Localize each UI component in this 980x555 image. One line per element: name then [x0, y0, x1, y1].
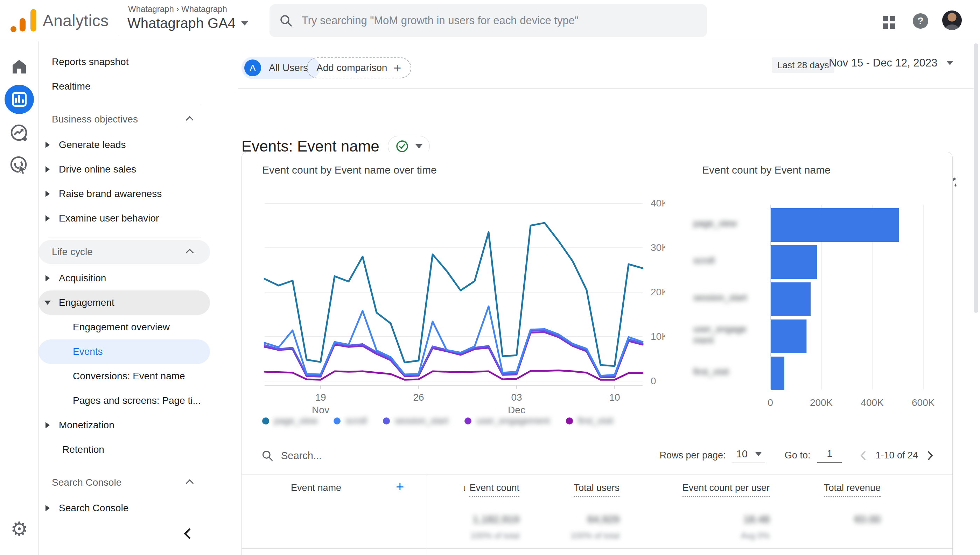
goto-page-input[interactable]: 1 — [817, 448, 842, 463]
col-header-total-revenue[interactable]: Total revenue — [824, 483, 881, 493]
reports-icon[interactable] — [0, 85, 38, 114]
expand-arrow-icon[interactable] — [45, 142, 56, 148]
totals-event-count: 1,182,919 — [473, 513, 520, 525]
main-content: A All Users Add comparison + Last 28 day… — [210, 41, 980, 555]
prev-page-icon[interactable] — [857, 449, 870, 462]
sidebar-item-monetization[interactable]: Monetization — [38, 413, 210, 438]
expand-arrow-icon[interactable] — [45, 505, 56, 511]
legend-item-user-engagement[interactable]: user_engagement — [464, 415, 550, 426]
sidebar-item-raise-brand-awareness[interactable]: Raise brand awareness — [38, 181, 210, 206]
totals-per-user: 18.48 — [743, 513, 770, 525]
apps-grid-icon[interactable] — [883, 16, 895, 29]
segment-label: All Users — [269, 62, 308, 74]
sidebar-item-examine-user-behavior[interactable]: Examine user behavior — [38, 206, 210, 231]
totals-event-count-sub: 100% of total — [470, 531, 520, 541]
sidebar-item-search-console[interactable]: Search Console — [38, 496, 210, 520]
svg-text:0: 0 — [651, 375, 656, 387]
bar-category-label: session_start — [693, 292, 751, 303]
analytics-logo-icon[interactable] — [11, 9, 36, 32]
date-range-selector[interactable]: Nov 15 - Dec 12, 2023 — [829, 57, 953, 69]
collapse-sidebar-icon[interactable] — [184, 528, 195, 539]
sort-desc-icon: ↓ — [462, 483, 469, 493]
sidebar-item-engagement[interactable]: Engagement — [38, 290, 210, 315]
sidebar-item-generate-leads[interactable]: Generate leads — [38, 133, 210, 157]
plus-icon: + — [393, 61, 401, 75]
bar-x-tick: 200K — [810, 397, 832, 408]
settings-gear-icon[interactable]: ⚙ — [0, 519, 38, 539]
legend-item-first-visit[interactable]: first_visit — [566, 415, 613, 426]
col-header-event-count[interactable]: ↓ Event count — [462, 483, 520, 493]
advertising-icon[interactable] — [0, 123, 38, 143]
sidebar-item-drive-online-sales[interactable]: Drive online sales — [38, 157, 210, 181]
sidebar-item-acquisition[interactable]: Acquisition — [38, 266, 210, 290]
bar-x-tick: 400K — [861, 397, 884, 408]
top-header: Analytics Whatagraph › Whatagraph Whatag… — [0, 0, 980, 41]
chart-legend: page_viewscrollsession_startuser_engagem… — [262, 415, 613, 426]
next-page-icon[interactable] — [924, 449, 936, 462]
page-scrollbar[interactable] — [974, 43, 978, 313]
sidebar-item-label: Pages and screens: Page ti... — [73, 395, 201, 406]
sidebar-item-retention[interactable]: Retention — [38, 438, 210, 462]
chevron-up-icon — [186, 249, 194, 257]
svg-text:Dec: Dec — [508, 404, 525, 415]
pagination-range: 1-10 of 24 — [875, 450, 918, 461]
chevron-down-icon — [415, 144, 422, 148]
legend-dot — [262, 417, 269, 425]
bar-chart-title: Event count by Event name — [702, 164, 831, 176]
add-dimension-icon[interactable]: + — [396, 479, 404, 495]
sidebar-item-pages-and-screens-page-ti[interactable]: Pages and screens: Page ti... — [38, 388, 210, 413]
sidebar-item-label: Acquisition — [59, 273, 106, 284]
legend-dot — [566, 417, 573, 425]
line-series-page-view — [265, 223, 643, 366]
svg-text:03: 03 — [511, 392, 522, 403]
table-controls: Rows per page: 10 Go to: 1 1-10 of 24 — [242, 441, 953, 475]
bar-category-labels: page_viewscrollsession_startuser_engagem… — [693, 205, 760, 390]
sidebar-section-life-cycle[interactable]: Life cycle — [38, 240, 210, 264]
bar-x-axis-labels: 0200K400K600K — [767, 397, 949, 411]
table-search[interactable] — [261, 450, 421, 462]
global-search[interactable] — [269, 4, 707, 37]
rows-per-page-select[interactable]: 10 — [732, 448, 765, 463]
expand-arrow-icon[interactable] — [45, 422, 56, 428]
svg-text:20K: 20K — [651, 287, 666, 297]
sidebar-item-label: Engagement overview — [73, 322, 170, 333]
explore-icon[interactable] — [0, 156, 38, 175]
home-icon[interactable] — [0, 58, 38, 75]
col-header-event-name[interactable]: Event name — [291, 483, 341, 493]
sidebar-item-reports-snapshot[interactable]: Reports snapshot — [38, 50, 210, 74]
col-header-event-count-per-user[interactable]: Event count per user — [683, 483, 770, 493]
expand-arrow-icon[interactable] — [45, 191, 56, 197]
sidebar-item-realtime[interactable]: Realtime — [38, 74, 210, 99]
legend-item-page-view[interactable]: page_view — [262, 415, 318, 426]
add-comparison-button[interactable]: Add comparison + — [306, 58, 411, 79]
search-icon — [279, 14, 293, 27]
global-search-input[interactable] — [302, 14, 697, 27]
col-header-total-users[interactable]: Total users — [574, 483, 619, 493]
table-search-input[interactable] — [281, 450, 421, 462]
expand-arrow-icon[interactable] — [45, 215, 56, 221]
sidebar-section-business-objectives[interactable]: Business objectives — [38, 106, 210, 133]
legend-label: scroll — [345, 415, 367, 426]
sidebar-item-events[interactable]: Events — [38, 339, 210, 364]
property-selector[interactable]: Whatagraph GA4 — [127, 15, 248, 31]
legend-dot — [383, 417, 390, 425]
bar-user-engagement — [771, 319, 807, 353]
legend-item-scroll[interactable]: scroll — [334, 415, 367, 426]
help-icon[interactable]: ? — [913, 13, 928, 29]
line-series-scroll — [265, 306, 643, 376]
sidebar-item-engagement-overview[interactable]: Engagement overview — [38, 315, 210, 339]
rows-per-page-value: 10 — [736, 448, 747, 460]
collapse-arrow-icon[interactable] — [45, 301, 56, 305]
column-divider — [427, 475, 427, 555]
sidebar-section-search-console[interactable]: Search Console — [38, 469, 210, 496]
sidebar-item-conversions-event-name[interactable]: Conversions: Event name — [38, 364, 210, 388]
legend-item-session-start[interactable]: session_start — [383, 415, 448, 426]
expand-arrow-icon[interactable] — [45, 275, 56, 281]
user-avatar[interactable] — [942, 11, 962, 30]
header-divider — [120, 6, 120, 36]
breadcrumb[interactable]: Whatagraph › Whatagraph — [128, 4, 227, 14]
bar-x-tick: 600K — [912, 397, 935, 408]
check-circle-icon — [395, 139, 409, 153]
expand-arrow-icon[interactable] — [45, 166, 56, 173]
legend-label: session_start — [395, 415, 448, 426]
